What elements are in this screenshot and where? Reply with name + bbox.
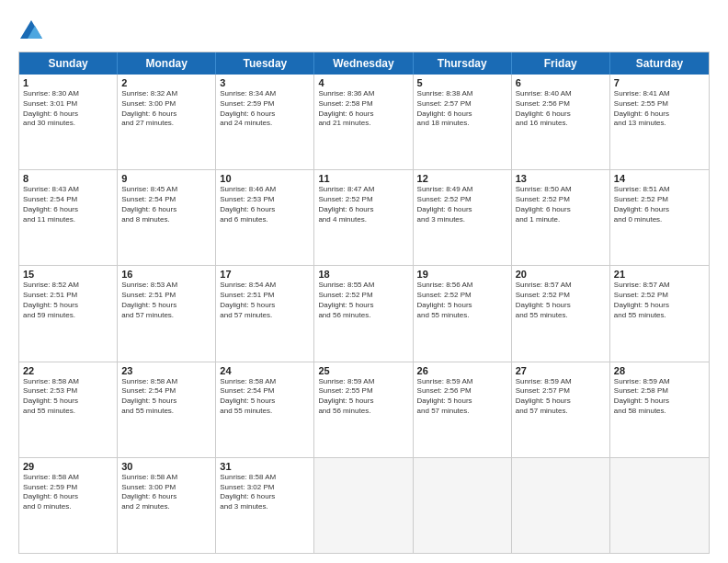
day-number: 19 — [417, 269, 507, 280]
cell-info: Sunrise: 8:34 AMSunset: 2:59 PMDaylight:… — [220, 89, 310, 129]
calendar-cell: 25Sunrise: 8:59 AMSunset: 2:55 PMDayligh… — [314, 362, 413, 457]
header — [18, 15, 710, 44]
logo — [18, 18, 48, 44]
calendar-cell: 6Sunrise: 8:40 AMSunset: 2:56 PMDaylight… — [512, 75, 610, 169]
calendar-row-2: 8Sunrise: 8:43 AMSunset: 2:54 PMDaylight… — [19, 170, 709, 266]
calendar-cell — [512, 458, 610, 553]
cell-info: Sunrise: 8:51 AMSunset: 2:52 PMDaylight:… — [614, 185, 705, 224]
calendar-row-4: 22Sunrise: 8:58 AMSunset: 2:53 PMDayligh… — [19, 362, 709, 458]
calendar-cell: 31Sunrise: 8:58 AMSunset: 3:02 PMDayligh… — [216, 458, 314, 553]
calendar-cell: 22Sunrise: 8:58 AMSunset: 2:53 PMDayligh… — [19, 362, 118, 457]
cell-info: Sunrise: 8:36 AMSunset: 2:58 PMDaylight:… — [318, 89, 408, 129]
day-number: 14 — [614, 173, 705, 184]
cell-info: Sunrise: 8:54 AMSunset: 2:51 PMDaylight:… — [220, 281, 310, 320]
cell-info: Sunrise: 8:52 AMSunset: 2:51 PMDaylight:… — [23, 281, 113, 320]
cell-info: Sunrise: 8:46 AMSunset: 2:53 PMDaylight:… — [220, 185, 310, 224]
day-number: 1 — [23, 77, 113, 88]
calendar-cell: 5Sunrise: 8:38 AMSunset: 2:57 PMDaylight… — [414, 75, 512, 169]
calendar-cell: 19Sunrise: 8:56 AMSunset: 2:52 PMDayligh… — [414, 266, 512, 361]
calendar-cell: 27Sunrise: 8:59 AMSunset: 2:57 PMDayligh… — [512, 362, 610, 457]
day-number: 24 — [220, 365, 310, 376]
cell-info: Sunrise: 8:59 AMSunset: 2:56 PMDaylight:… — [417, 377, 507, 417]
logo-icon — [18, 18, 44, 44]
calendar: SundayMondayTuesdayWednesdayThursdayFrid… — [18, 52, 710, 554]
day-number: 10 — [220, 173, 310, 184]
day-number: 16 — [121, 269, 211, 280]
calendar-cell: 29Sunrise: 8:58 AMSunset: 2:59 PMDayligh… — [19, 458, 118, 553]
day-number: 12 — [417, 173, 507, 184]
calendar-cell: 7Sunrise: 8:41 AMSunset: 2:55 PMDaylight… — [610, 75, 709, 169]
calendar-cell: 28Sunrise: 8:59 AMSunset: 2:58 PMDayligh… — [610, 362, 709, 457]
cell-info: Sunrise: 8:41 AMSunset: 2:55 PMDaylight:… — [614, 89, 705, 129]
calendar-cell: 21Sunrise: 8:57 AMSunset: 2:52 PMDayligh… — [610, 266, 709, 361]
cell-info: Sunrise: 8:53 AMSunset: 2:51 PMDaylight:… — [121, 281, 211, 320]
day-number: 25 — [318, 365, 408, 376]
cell-info: Sunrise: 8:30 AMSunset: 3:01 PMDaylight:… — [23, 89, 113, 129]
calendar-cell: 4Sunrise: 8:36 AMSunset: 2:58 PMDaylight… — [314, 75, 413, 169]
day-number: 7 — [614, 77, 705, 88]
calendar-row-5: 29Sunrise: 8:58 AMSunset: 2:59 PMDayligh… — [19, 458, 709, 553]
cell-info: Sunrise: 8:38 AMSunset: 2:57 PMDaylight:… — [417, 89, 507, 129]
calendar-cell: 13Sunrise: 8:50 AMSunset: 2:52 PMDayligh… — [512, 170, 610, 265]
cell-info: Sunrise: 8:58 AMSunset: 2:54 PMDaylight:… — [220, 377, 310, 417]
header-day-wednesday: Wednesday — [314, 52, 413, 75]
page: SundayMondayTuesdayWednesdayThursdayFrid… — [0, 0, 728, 563]
cell-info: Sunrise: 8:47 AMSunset: 2:52 PMDaylight:… — [318, 185, 408, 224]
cell-info: Sunrise: 8:57 AMSunset: 2:52 PMDaylight:… — [614, 281, 705, 320]
calendar-cell: 30Sunrise: 8:58 AMSunset: 3:00 PMDayligh… — [118, 458, 216, 553]
calendar-cell: 24Sunrise: 8:58 AMSunset: 2:54 PMDayligh… — [216, 362, 314, 457]
header-day-tuesday: Tuesday — [216, 52, 314, 75]
day-number: 22 — [23, 365, 113, 376]
calendar-cell: 10Sunrise: 8:46 AMSunset: 2:53 PMDayligh… — [216, 170, 314, 265]
cell-info: Sunrise: 8:32 AMSunset: 3:00 PMDaylight:… — [121, 89, 211, 129]
header-day-sunday: Sunday — [19, 52, 118, 75]
day-number: 21 — [614, 269, 705, 280]
cell-info: Sunrise: 8:57 AMSunset: 2:52 PMDaylight:… — [516, 281, 606, 320]
day-number: 13 — [516, 173, 606, 184]
header-day-monday: Monday — [118, 52, 216, 75]
calendar-row-3: 15Sunrise: 8:52 AMSunset: 2:51 PMDayligh… — [19, 266, 709, 362]
day-number: 26 — [417, 365, 507, 376]
day-number: 4 — [318, 77, 408, 88]
calendar-cell: 14Sunrise: 8:51 AMSunset: 2:52 PMDayligh… — [610, 170, 709, 265]
day-number: 15 — [23, 269, 113, 280]
calendar-body: 1Sunrise: 8:30 AMSunset: 3:01 PMDaylight… — [19, 75, 709, 553]
calendar-cell: 3Sunrise: 8:34 AMSunset: 2:59 PMDaylight… — [216, 75, 314, 169]
calendar-cell: 23Sunrise: 8:58 AMSunset: 2:54 PMDayligh… — [118, 362, 216, 457]
day-number: 31 — [220, 461, 310, 472]
day-number: 2 — [121, 77, 211, 88]
cell-info: Sunrise: 8:59 AMSunset: 2:57 PMDaylight:… — [516, 377, 606, 417]
header-day-saturday: Saturday — [610, 52, 709, 75]
cell-info: Sunrise: 8:58 AMSunset: 3:00 PMDaylight:… — [121, 473, 211, 512]
day-number: 11 — [318, 173, 408, 184]
calendar-cell: 17Sunrise: 8:54 AMSunset: 2:51 PMDayligh… — [216, 266, 314, 361]
day-number: 20 — [516, 269, 606, 280]
cell-info: Sunrise: 8:43 AMSunset: 2:54 PMDaylight:… — [23, 185, 113, 224]
calendar-cell — [414, 458, 512, 553]
day-number: 5 — [417, 77, 507, 88]
calendar-cell: 20Sunrise: 8:57 AMSunset: 2:52 PMDayligh… — [512, 266, 610, 361]
day-number: 6 — [516, 77, 606, 88]
day-number: 3 — [220, 77, 310, 88]
day-number: 23 — [121, 365, 211, 376]
day-number: 8 — [23, 173, 113, 184]
day-number: 29 — [23, 461, 113, 472]
calendar-cell: 12Sunrise: 8:49 AMSunset: 2:52 PMDayligh… — [414, 170, 512, 265]
day-number: 9 — [121, 173, 211, 184]
day-number: 28 — [614, 365, 705, 376]
cell-info: Sunrise: 8:59 AMSunset: 2:55 PMDaylight:… — [318, 377, 408, 417]
cell-info: Sunrise: 8:59 AMSunset: 2:58 PMDaylight:… — [614, 377, 705, 417]
day-number: 27 — [516, 365, 606, 376]
calendar-cell: 26Sunrise: 8:59 AMSunset: 2:56 PMDayligh… — [414, 362, 512, 457]
cell-info: Sunrise: 8:49 AMSunset: 2:52 PMDaylight:… — [417, 185, 507, 224]
cell-info: Sunrise: 8:55 AMSunset: 2:52 PMDaylight:… — [318, 281, 408, 320]
day-number: 30 — [121, 461, 211, 472]
cell-info: Sunrise: 8:56 AMSunset: 2:52 PMDaylight:… — [417, 281, 507, 320]
calendar-cell: 15Sunrise: 8:52 AMSunset: 2:51 PMDayligh… — [19, 266, 118, 361]
day-number: 17 — [220, 269, 310, 280]
calendar-cell — [610, 458, 709, 553]
calendar-cell: 1Sunrise: 8:30 AMSunset: 3:01 PMDaylight… — [19, 75, 118, 169]
calendar-cell: 18Sunrise: 8:55 AMSunset: 2:52 PMDayligh… — [314, 266, 413, 361]
cell-info: Sunrise: 8:40 AMSunset: 2:56 PMDaylight:… — [516, 89, 606, 129]
cell-info: Sunrise: 8:58 AMSunset: 2:54 PMDaylight:… — [121, 377, 211, 417]
